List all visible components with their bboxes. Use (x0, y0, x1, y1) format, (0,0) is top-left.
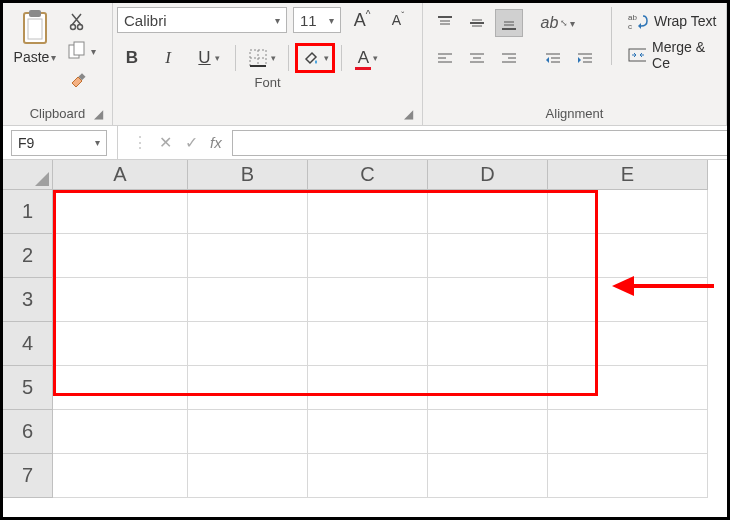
cell[interactable] (428, 366, 548, 410)
column-header[interactable]: E (548, 160, 708, 190)
increase-font-button[interactable]: A^ (347, 5, 377, 35)
cancel-formula-button[interactable]: ✕ (152, 130, 178, 156)
cell[interactable] (428, 278, 548, 322)
column-header[interactable]: B (188, 160, 308, 190)
cell[interactable] (548, 278, 708, 322)
cell[interactable] (53, 410, 188, 454)
cell[interactable] (53, 454, 188, 498)
select-all-corner[interactable] (3, 160, 53, 190)
row-headers: 1234567 (3, 190, 53, 498)
cell[interactable] (53, 234, 188, 278)
cut-button[interactable] (65, 9, 91, 33)
column-header[interactable]: A (53, 160, 188, 190)
font-size-combo[interactable]: 11▾ (293, 7, 341, 33)
cell[interactable] (53, 366, 188, 410)
cell[interactable] (548, 234, 708, 278)
underline-button[interactable]: U▾ (189, 43, 229, 73)
cell[interactable] (548, 190, 708, 234)
cell[interactable] (428, 234, 548, 278)
cell[interactable] (548, 366, 708, 410)
font-color-button[interactable]: A▾ (348, 43, 388, 73)
row-header[interactable]: 4 (3, 322, 53, 366)
merge-center-button[interactable]: Merge & Ce (628, 41, 720, 69)
svg-point-4 (78, 25, 83, 30)
clipboard-group: Paste▾ ▾ Clipboard ◢ (3, 3, 113, 125)
cell[interactable] (188, 234, 308, 278)
borders-button[interactable]: ▾ (242, 43, 282, 73)
cell-grid[interactable] (53, 190, 708, 498)
fill-color-button[interactable]: ▾ (295, 43, 335, 73)
font-group-label: Font (113, 73, 422, 94)
copy-button[interactable]: ▾ (65, 39, 97, 63)
font-name-combo[interactable]: Calibri▾ (117, 7, 287, 33)
row-header[interactable]: 2 (3, 234, 53, 278)
cell[interactable] (308, 410, 428, 454)
row-header[interactable]: 5 (3, 366, 53, 410)
row-header[interactable]: 3 (3, 278, 53, 322)
cell[interactable] (188, 366, 308, 410)
column-header[interactable]: D (428, 160, 548, 190)
column-headers: ABCDE (53, 160, 708, 190)
formula-bar: F9▾ ⋮ ✕ ✓ fx (3, 126, 727, 160)
cell[interactable] (188, 190, 308, 234)
svg-rect-6 (74, 42, 84, 55)
cell[interactable] (548, 410, 708, 454)
alignment-group: ab⤡▾ abc Wrap Text (423, 3, 727, 125)
paste-button[interactable]: Paste▾ (9, 7, 61, 65)
align-center-button[interactable] (463, 45, 491, 73)
font-dialog-launcher[interactable]: ◢ (404, 107, 418, 121)
formula-input[interactable] (232, 130, 727, 156)
cell[interactable] (188, 410, 308, 454)
svg-text:c: c (628, 22, 632, 30)
cell[interactable] (428, 322, 548, 366)
font-group: Calibri▾ 11▾ A^ Aˇ B I U▾ ▾ ▾ (113, 3, 423, 125)
decrease-indent-button[interactable] (539, 45, 567, 73)
column-header[interactable]: C (308, 160, 428, 190)
clipboard-icon (17, 7, 53, 47)
cell[interactable] (548, 322, 708, 366)
name-box[interactable]: F9▾ (11, 130, 107, 156)
format-painter-button[interactable] (65, 69, 91, 93)
align-right-button[interactable] (495, 45, 523, 73)
row-header[interactable]: 6 (3, 410, 53, 454)
italic-button[interactable]: I (153, 43, 183, 73)
cell[interactable] (428, 190, 548, 234)
decrease-font-button[interactable]: Aˇ (383, 5, 413, 35)
increase-indent-button[interactable] (571, 45, 599, 73)
row-header[interactable]: 7 (3, 454, 53, 498)
cell[interactable] (53, 322, 188, 366)
bold-button[interactable]: B (117, 43, 147, 73)
enter-formula-button[interactable]: ✓ (178, 130, 204, 156)
svg-rect-1 (29, 10, 41, 17)
cell[interactable] (53, 278, 188, 322)
fx-label[interactable]: fx (210, 134, 222, 151)
align-left-button[interactable] (431, 45, 459, 73)
svg-text:ab: ab (628, 13, 637, 22)
cell[interactable] (428, 454, 548, 498)
cell[interactable] (548, 454, 708, 498)
cell[interactable] (428, 410, 548, 454)
cell[interactable] (308, 234, 428, 278)
cell[interactable] (308, 454, 428, 498)
cell[interactable] (308, 190, 428, 234)
cell[interactable] (188, 454, 308, 498)
row-header[interactable]: 1 (3, 190, 53, 234)
paste-label: Paste (14, 49, 50, 65)
svg-point-3 (71, 25, 76, 30)
cell[interactable] (308, 278, 428, 322)
align-bottom-button[interactable] (495, 9, 523, 37)
alignment-group-label: Alignment (423, 104, 726, 125)
cell[interactable] (188, 322, 308, 366)
cell[interactable] (308, 366, 428, 410)
cell[interactable] (308, 322, 428, 366)
align-top-button[interactable] (431, 9, 459, 37)
ribbon: Paste▾ ▾ Clipboard ◢ Calibri▾ 11▾ (3, 3, 727, 126)
clipboard-dialog-launcher[interactable]: ◢ (94, 107, 108, 121)
orientation-button[interactable]: ab⤡▾ (539, 9, 577, 37)
cell[interactable] (53, 190, 188, 234)
align-middle-button[interactable] (463, 9, 491, 37)
cell[interactable] (188, 278, 308, 322)
wrap-text-button[interactable]: abc Wrap Text (628, 7, 720, 35)
svg-rect-2 (28, 19, 42, 39)
